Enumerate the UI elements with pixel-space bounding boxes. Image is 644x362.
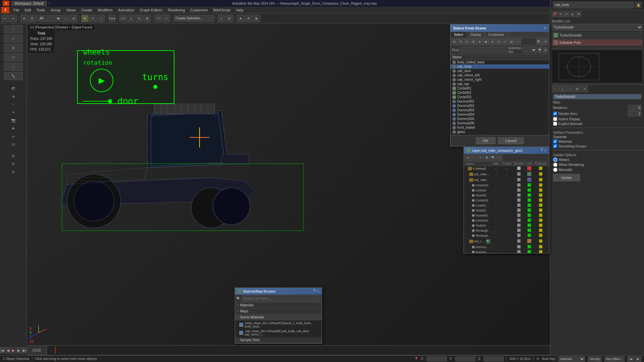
mat-browser-close[interactable]: × bbox=[317, 289, 319, 294]
space-warp-icon[interactable]: ≋ bbox=[10, 133, 17, 140]
modifier-stack-button[interactable]: ≡ bbox=[558, 11, 563, 17]
dlg-item-circle003[interactable]: Circle003 bbox=[450, 95, 549, 99]
rotate-button[interactable]: ↻ bbox=[89, 15, 97, 22]
mod-btn-3[interactable]: → bbox=[567, 85, 573, 92]
material-editor-button[interactable]: ◈ bbox=[237, 15, 244, 22]
scale-button[interactable]: ⤡ bbox=[97, 15, 105, 22]
menu-modifiers[interactable]: Modifiers bbox=[95, 7, 115, 13]
layer-item-line002[interactable]: Line002 — — bbox=[464, 188, 549, 193]
snap-2d-button[interactable]: 2.5 bbox=[119, 15, 127, 22]
axis-x-label[interactable]: X bbox=[30, 327, 34, 330]
mat-browser-question[interactable]: ? bbox=[313, 289, 315, 294]
hide-icon[interactable]: 👁 bbox=[10, 160, 17, 168]
lp-btn-select-children[interactable]: ☐ bbox=[496, 155, 502, 161]
render-button[interactable]: ▶ bbox=[253, 15, 260, 22]
dlg-tb-btn-9[interactable]: ≡ bbox=[502, 39, 508, 45]
rect-select-button[interactable]: □ bbox=[62, 15, 69, 22]
select-dialog-close[interactable]: × bbox=[544, 26, 546, 31]
curve-editor-button[interactable]: ⟨⟩ bbox=[218, 15, 225, 22]
move-button[interactable]: ✚ bbox=[81, 15, 89, 22]
menu-rendering[interactable]: Rendering bbox=[165, 7, 188, 13]
window-crossing-button[interactable]: ⊞ bbox=[70, 15, 77, 22]
schematic-view-button[interactable]: ⊞ bbox=[226, 15, 233, 22]
dlg-find-btn[interactable]: 🔍 bbox=[538, 47, 542, 53]
utilities-button[interactable]: 🔧 bbox=[4, 72, 23, 80]
timeline-bar[interactable]: 0 / 100 bbox=[27, 345, 550, 355]
menu-maxscript[interactable]: MAXScript bbox=[210, 7, 233, 13]
layer-item-soil2[interactable]: soil_roller_...2_cont... — — bbox=[464, 177, 549, 183]
layer-item-text001[interactable]: Text001 — — bbox=[464, 223, 549, 228]
axis-z-label[interactable]: Z bbox=[30, 336, 34, 339]
object-name-input[interactable] bbox=[553, 2, 634, 8]
smoothing-groups-checkbox[interactable] bbox=[553, 144, 557, 148]
mat-search-input[interactable] bbox=[242, 295, 320, 301]
dlg-item-cab-body[interactable]: cab_body bbox=[450, 64, 549, 69]
menu-views[interactable]: Views bbox=[63, 7, 78, 13]
mod-btn-5[interactable]: ≡ bbox=[581, 85, 588, 92]
menu-file[interactable]: File bbox=[11, 7, 22, 13]
modifier-move-up-button[interactable]: ▲ bbox=[570, 11, 575, 17]
dlg-item-dummy001[interactable]: Dummy001 bbox=[450, 99, 549, 104]
dlg-select-btn[interactable]: ☑ bbox=[543, 47, 548, 53]
render-iters-input[interactable] bbox=[628, 111, 641, 116]
dlg-item-cab-top[interactable]: cab_top bbox=[450, 82, 549, 86]
snaps-toggle-icon[interactable]: ⊞ bbox=[10, 152, 17, 160]
layer-item-dummy006[interactable]: Dummy006 — — bbox=[464, 245, 549, 250]
layer-item-default[interactable]: 0 (default) — — bbox=[464, 166, 549, 172]
spinner-snap-button[interactable]: ⊠ bbox=[144, 15, 151, 22]
layer-item-ngon001[interactable]: NGon001 — — bbox=[464, 213, 549, 218]
select-find-input[interactable] bbox=[461, 47, 506, 53]
mod-btn-4[interactable]: ⊞ bbox=[574, 85, 581, 92]
camera-icon[interactable]: 📷 bbox=[10, 117, 17, 124]
select-tab-display[interactable]: Display bbox=[467, 32, 485, 38]
dlg-item-cab-mirror-left[interactable]: cab_mirror_left bbox=[450, 73, 549, 77]
app-logo-menu[interactable]: 3 bbox=[1, 7, 9, 13]
layer-item-soil1[interactable]: soil_roller_...pactor_... — — bbox=[464, 172, 549, 177]
prev-frame-button[interactable]: ◀ bbox=[5, 347, 10, 353]
dlg-tb-settings-btn[interactable]: ⚙ bbox=[542, 39, 548, 45]
workspace-selector[interactable]: Workspace: Default bbox=[11, 1, 47, 6]
layer-item-text003[interactable]: Text003 — — bbox=[464, 193, 549, 198]
dlg-tb-btn-8[interactable]: ⊗ bbox=[496, 39, 502, 45]
select-dialog-cancel[interactable]: Cancel bbox=[498, 137, 524, 144]
create-panel-button[interactable]: + bbox=[4, 25, 23, 33]
freeze-icon[interactable]: ❄ bbox=[10, 168, 17, 176]
selection-set-dropdown[interactable] bbox=[523, 47, 536, 53]
y-coord-input[interactable] bbox=[455, 357, 475, 361]
dlg-item-front-trailed[interactable]: front_trailed bbox=[450, 125, 549, 130]
dlg-item-dummy004[interactable]: Dummy004 bbox=[450, 112, 549, 117]
lp-btn-delete[interactable]: ✕ bbox=[477, 155, 483, 161]
axis-y-label[interactable]: Y bbox=[30, 331, 34, 335]
axis-xy-label[interactable]: XY bbox=[30, 340, 34, 344]
reference-coord-button[interactable]: View bbox=[108, 15, 116, 22]
layer-item-soil-geo2[interactable]: soil_roller_...geo2_l... 🔍 bbox=[464, 238, 549, 245]
modifier-move-down-button[interactable]: ▼ bbox=[576, 11, 581, 17]
layer-panel-question[interactable]: ? bbox=[541, 148, 543, 153]
mod-btn-2[interactable]: | bbox=[559, 85, 566, 92]
mat-section-scene-materials[interactable]: − Scene Materials bbox=[235, 314, 322, 320]
mat-section-sample-slots[interactable]: + Sample Slots bbox=[235, 337, 322, 343]
dlg-item-dummy003[interactable]: Dummy003 bbox=[450, 108, 549, 112]
layer-item-text002[interactable]: Text002 — — bbox=[464, 208, 549, 213]
layer-list[interactable]: 0 (default) — — soil_roller_...pactor_..… bbox=[464, 166, 549, 253]
dlg-item-dummy002[interactable]: Dummy002 bbox=[450, 104, 549, 108]
play-button[interactable]: ▶ bbox=[11, 347, 16, 353]
motion-panel-button[interactable]: ◎ bbox=[4, 53, 23, 61]
angle-snap-button[interactable]: ∠ bbox=[127, 15, 135, 22]
undo-button[interactable]: ↩ bbox=[1, 15, 9, 22]
iterations-input[interactable] bbox=[628, 105, 641, 110]
menu-group[interactable]: Group bbox=[48, 7, 63, 13]
light-icon[interactable]: ☀ bbox=[10, 109, 17, 116]
modifier-item-edpoly[interactable]: Editable Poly bbox=[552, 39, 643, 46]
systems-icon[interactable]: ⚙ bbox=[10, 141, 17, 148]
menu-customize[interactable]: Customize bbox=[187, 7, 210, 13]
dlg-item-cab-door[interactable]: cab_door bbox=[450, 69, 549, 73]
mirror-button[interactable]: ⊣⊢ bbox=[155, 15, 162, 22]
select-tab-customize[interactable]: Customize bbox=[485, 32, 508, 38]
layer-item-circle003[interactable]: Circle003 — — bbox=[464, 183, 549, 188]
dlg-tb-search-btn[interactable]: 🔍 bbox=[536, 39, 542, 45]
prev-key-button[interactable]: |◀ bbox=[0, 347, 5, 353]
align-button[interactable]: ≡ bbox=[163, 15, 170, 22]
render-iters-checkbox[interactable] bbox=[553, 112, 557, 116]
key-filters-button[interactable]: Key Filters... bbox=[604, 356, 625, 362]
